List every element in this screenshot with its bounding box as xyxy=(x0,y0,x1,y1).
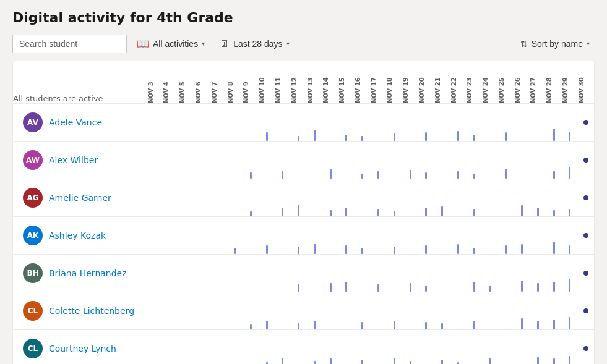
activity-cell xyxy=(275,255,291,292)
activity-bar xyxy=(457,131,459,141)
date-header-nov-18: NOV 18 xyxy=(386,61,402,104)
activity-bar-container xyxy=(338,104,355,141)
activity-bar xyxy=(553,171,555,179)
activity-bar xyxy=(489,286,491,292)
table-row: CLColette Lichtenberg xyxy=(13,292,594,330)
activity-bar-container xyxy=(562,217,578,254)
activity-bar xyxy=(537,321,539,329)
activity-cell xyxy=(371,292,387,330)
activity-cell xyxy=(307,142,323,179)
all-students-label: All students are active xyxy=(13,94,103,103)
activity-cell xyxy=(498,142,514,179)
activity-bar xyxy=(394,321,395,329)
activity-bar-container xyxy=(418,217,434,254)
student-cell-bh4[interactable]: BHBriana Hernandez xyxy=(13,255,147,292)
activity-bar-container xyxy=(482,255,498,292)
student-cell-ag2[interactable]: AGAmelie Garner xyxy=(13,179,147,217)
table-row: AKAshley Kozak xyxy=(13,217,594,255)
activity-cell xyxy=(386,292,402,330)
activity-cell xyxy=(450,330,467,365)
activity-cell xyxy=(195,142,211,179)
activity-cell xyxy=(371,104,387,142)
activity-bar-container xyxy=(307,330,323,364)
activity-cell xyxy=(482,179,498,217)
table-row: CLCourtney Lynch xyxy=(13,330,594,365)
activity-cell xyxy=(259,142,275,179)
activity-cell xyxy=(211,330,227,365)
activity-dot xyxy=(583,271,588,276)
activity-bar-container xyxy=(466,292,482,329)
chevron-down-icon-3: ▾ xyxy=(587,40,590,47)
activity-bar xyxy=(314,244,316,254)
activity-cell xyxy=(243,142,259,179)
activities-filter-button[interactable]: 📖 All activities ▾ xyxy=(132,34,210,53)
activity-bar xyxy=(457,244,459,254)
activity-cell xyxy=(386,330,402,365)
activity-bar-container xyxy=(275,179,291,216)
activity-cell xyxy=(259,217,275,255)
student-name: Amelie Garner xyxy=(49,193,111,203)
activity-cell xyxy=(163,330,179,365)
student-cell-av0[interactable]: AVAdele Vance xyxy=(13,104,147,142)
activity-bar-container xyxy=(546,179,562,216)
activity-cell xyxy=(418,255,434,292)
activity-bar xyxy=(553,242,555,254)
activity-cell xyxy=(163,255,179,292)
sort-button[interactable]: ⇅ Sort by name ▾ xyxy=(515,35,595,53)
student-cell-aw1[interactable]: AWAlex Wilber xyxy=(13,142,147,179)
activity-cell xyxy=(466,179,482,217)
date-header-nov-27: NOV 27 xyxy=(530,61,546,104)
student-name: Courtney Lynch xyxy=(49,344,116,353)
student-cell-cl6[interactable]: CLCourtney Lynch xyxy=(13,330,147,365)
activity-cell xyxy=(466,292,482,330)
activity-bar-container xyxy=(322,142,338,179)
activity-cell xyxy=(578,142,594,179)
search-input[interactable] xyxy=(12,35,127,53)
activity-cell xyxy=(434,179,450,217)
activity-bar xyxy=(250,172,252,179)
activity-bar xyxy=(361,322,363,329)
date-range-filter-button[interactable]: 🗓 Last 28 days ▾ xyxy=(215,35,294,53)
activity-bar-container xyxy=(259,330,275,364)
activity-bar xyxy=(345,208,347,216)
student-cell-ak3[interactable]: AKAshley Kozak xyxy=(13,217,147,255)
student-cell-cl5[interactable]: CLColette Lichtenberg xyxy=(13,292,147,330)
date-header-nov-10: NOV 10 xyxy=(259,61,275,104)
activity-cell xyxy=(338,330,355,365)
activity-cell xyxy=(498,179,514,217)
date-header-nov-20: NOV 20 xyxy=(418,61,434,104)
activity-bar-container xyxy=(386,217,402,254)
activity-cell xyxy=(514,330,530,365)
activity-cell xyxy=(418,292,434,330)
activity-bar-container xyxy=(530,292,546,329)
activity-bar xyxy=(345,245,347,254)
activity-cell xyxy=(147,255,163,292)
activity-cell xyxy=(163,142,179,179)
activity-cell xyxy=(211,179,227,217)
activity-bar-container xyxy=(322,179,338,216)
activity-cell xyxy=(482,142,498,179)
activity-bar-container xyxy=(546,217,562,254)
activity-cell xyxy=(291,142,307,179)
activity-cell xyxy=(386,104,402,142)
avatar: BH xyxy=(23,263,43,283)
activity-cell xyxy=(322,330,338,365)
activity-bar-container xyxy=(546,104,562,141)
activity-cell xyxy=(227,255,243,292)
activity-cell xyxy=(227,104,243,142)
activity-bar-container xyxy=(418,142,434,179)
activity-bar xyxy=(537,357,539,364)
avatar: CL xyxy=(23,301,43,321)
activity-bar xyxy=(394,211,395,216)
activity-bar xyxy=(553,320,555,329)
date-header-nov-11: NOV 11 xyxy=(275,61,291,104)
activity-bar xyxy=(298,284,299,292)
activity-bar xyxy=(298,205,299,216)
activity-cell xyxy=(211,142,227,179)
activity-cell xyxy=(259,330,275,365)
activity-bar-container xyxy=(466,217,482,254)
activity-bar xyxy=(425,208,427,216)
date-header-nov-30: NOV 30 xyxy=(578,61,594,104)
activity-bar-container xyxy=(243,179,259,216)
activity-cell xyxy=(530,217,546,255)
